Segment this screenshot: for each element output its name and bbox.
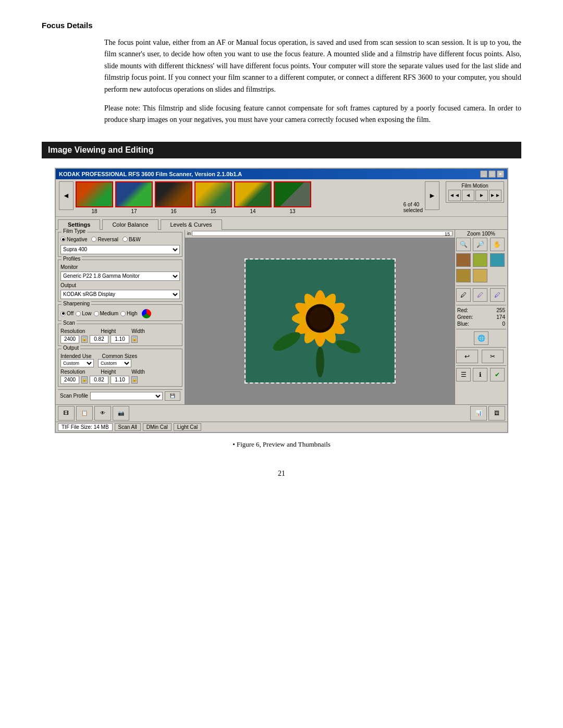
nav-left-arrow[interactable]: ◄ (59, 181, 74, 210)
tool-hand[interactable]: ✋ (490, 238, 505, 251)
preview-area[interactable] (185, 238, 455, 404)
toolbar-btn-5[interactable]: 📊 (470, 406, 487, 421)
light-cal-button[interactable]: Light Cal (174, 423, 201, 431)
close-button[interactable]: × (497, 170, 504, 178)
thumb-label-15: 15 (210, 208, 216, 214)
save-profile-button[interactable]: 💾 (165, 391, 180, 401)
scan-col-headers: Resolution Height Width (60, 328, 180, 334)
film-btn-back[interactable]: ◄ (462, 190, 474, 201)
lock-icon-1[interactable]: 🔒 (81, 336, 88, 343)
minimize-button[interactable]: _ (480, 170, 487, 178)
section-header: Image Viewing and Editing (42, 142, 521, 158)
tool-arrow[interactable]: ↩ (456, 350, 478, 363)
output-width-input[interactable] (111, 376, 129, 384)
sharpening-content: Off Low Medium High (60, 309, 180, 318)
nav-right-arrow[interactable]: ► (425, 181, 439, 210)
tool-color2[interactable] (473, 253, 487, 267)
radio-low[interactable]: Low (76, 311, 91, 316)
scan-height-input[interactable] (90, 335, 108, 343)
focus-heading: Focus Details (42, 21, 521, 30)
main-content: Film Type Negative Reversal (56, 230, 507, 404)
monitor-select[interactable]: Generic P22 1.8 Gamma Monitor (60, 272, 180, 281)
output-resolution-col: Resolution (60, 369, 85, 375)
film-btn-fast-forward[interactable]: ►► (489, 190, 501, 201)
tool-grid-2 (456, 253, 506, 267)
thumb-image-18 (76, 181, 113, 207)
thumbnail-13[interactable]: 13 (274, 181, 311, 214)
preview-image (244, 258, 396, 384)
radio-off[interactable]: Off (60, 311, 74, 316)
film-btn-rewind[interactable]: ◄◄ (448, 190, 461, 201)
separator-1 (456, 286, 506, 286)
scan-profile-select[interactable] (90, 392, 163, 400)
action-check[interactable]: ✔ (490, 368, 505, 381)
ruler-end-mark: 15 (445, 231, 450, 236)
maximize-button[interactable]: □ (488, 170, 496, 178)
lock-icon-2[interactable]: 🔒 (131, 336, 138, 343)
thumb-image-13 (274, 181, 311, 207)
thumbnails-container: 18 17 16 15 14 13 (76, 181, 401, 214)
tab-levels-curves[interactable]: Levels & Curves (161, 219, 222, 230)
radio-high-label: High (127, 311, 138, 316)
toolbar-btn-3[interactable]: 👁 (94, 406, 111, 421)
tool-crop[interactable] (456, 269, 471, 282)
radio-medium[interactable]: Medium (94, 311, 119, 316)
film-type-label: Film Type (62, 228, 87, 234)
toolbar-btn-1[interactable]: 🎞 (58, 406, 75, 421)
output-resolution-input[interactable] (60, 376, 79, 384)
thumbnail-14[interactable]: 14 (234, 181, 272, 214)
tool-grid-icon[interactable] (473, 269, 487, 282)
separator-3 (456, 329, 506, 329)
globe-icon[interactable]: 🌐 (474, 331, 488, 345)
output-select[interactable]: KODAK sRGB Display (60, 290, 180, 299)
intended-use-select[interactable]: Custom (60, 359, 94, 367)
tool-magnify[interactable]: 🔍 (456, 238, 471, 251)
radio-high[interactable]: High (120, 311, 138, 316)
ruler-area: in 15 (185, 230, 455, 238)
scan-width-input[interactable] (111, 335, 129, 343)
radio-reversal-circle (91, 237, 96, 242)
film-type-content: Negative Reversal B&W Supra 400 (60, 237, 180, 254)
radio-negative[interactable]: Negative (60, 237, 87, 242)
output-content: Intended Use Common Sizes Custom Custom … (60, 353, 180, 384)
thumbnail-16[interactable]: 16 (155, 181, 192, 214)
tool-zoom-in[interactable]: 🔎 (473, 238, 487, 251)
figure-caption: • Figure 6, Preview and Thumbnails (42, 440, 521, 449)
tool-color1[interactable] (456, 253, 471, 267)
tool-scissors[interactable]: ✂ (482, 350, 504, 363)
ruler-strip: 15 (192, 231, 452, 236)
output-height-input[interactable] (90, 376, 108, 384)
red-value-row: Red: 255 (456, 307, 506, 313)
thumbnail-18[interactable]: 18 (76, 181, 113, 214)
toolbar-btn-4[interactable]: 📷 (113, 406, 129, 421)
lock-icon-3[interactable]: 🔒 (81, 376, 88, 384)
radio-bw[interactable]: B&W (123, 237, 141, 242)
tab-color-balance[interactable]: Color Balance (102, 219, 158, 230)
toolbar-btn-6[interactable]: 🖼 (488, 406, 505, 421)
ruler-unit: in (187, 231, 191, 236)
common-sizes-label: Common Sizes (102, 353, 138, 359)
title-bar-text: KODAK PROFESSIONAL RFS 3600 Film Scanner… (59, 171, 242, 177)
action-info[interactable]: ℹ (473, 368, 487, 381)
film-btn-forward[interactable]: ► (475, 190, 488, 201)
tool-pipette1[interactable]: 🖊 (456, 288, 471, 302)
lock-icon-4[interactable]: 🔒 (131, 376, 138, 384)
toolbar-btn-2[interactable]: 📋 (76, 406, 93, 421)
dmin-cal-button[interactable]: DMin Cal (143, 423, 172, 431)
tool-pipette2[interactable]: 🖊 (473, 288, 487, 302)
profiles-group: Profiles Monitor Generic P22 1.8 Gamma M… (58, 260, 182, 302)
scan-resolution-input[interactable] (60, 335, 79, 343)
action-list[interactable]: ☰ (456, 368, 471, 381)
common-sizes-select[interactable]: Custom (98, 359, 131, 367)
thumbnail-17[interactable]: 17 (115, 181, 153, 214)
green-value-row: Green: 174 (456, 314, 506, 320)
thumb-label-13: 13 (289, 208, 295, 214)
right-panel: Zoom 100% 🔍 🔎 ✋ 🖊 🖊 (455, 230, 507, 404)
radio-reversal[interactable]: Reversal (91, 237, 118, 242)
blue-value-row: Blue: 0 (456, 321, 506, 327)
tool-color3[interactable] (490, 253, 505, 267)
scan-all-button[interactable]: Scan All (115, 423, 141, 431)
film-select[interactable]: Supra 400 (60, 245, 180, 254)
thumbnail-15[interactable]: 15 (194, 181, 232, 214)
tool-pipette3[interactable]: 🖊 (490, 288, 505, 302)
